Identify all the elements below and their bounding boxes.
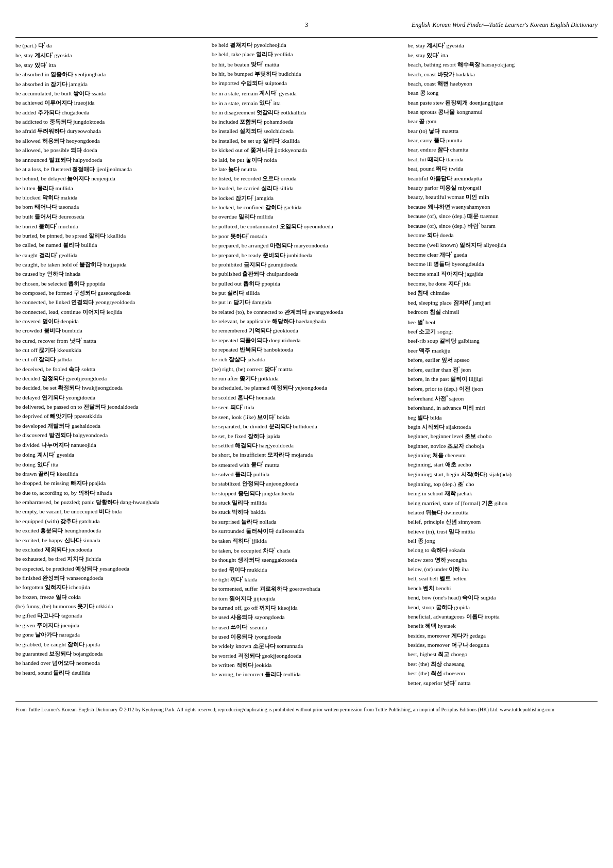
list-item: be embarrassed, be puzzled; panic 당황하다 d… bbox=[15, 498, 206, 507]
list-item: below zero 영하 yeongha bbox=[407, 556, 598, 564]
list-item: bear (to) 낳다 maettta bbox=[407, 127, 598, 136]
list-item: bean paste stew 된장찌개 doenjangjjigae bbox=[407, 98, 598, 107]
list-item: be taken, be occupied 차다¹ chada bbox=[212, 546, 402, 555]
list-item: be excited, be happy 신나다 sinnada bbox=[15, 536, 206, 545]
footer: From Tuttle Learner's Korean-English Dic… bbox=[15, 701, 598, 713]
list-item: be tied 묶이다 mukkida bbox=[212, 565, 402, 574]
list-item: be laid, be put 놓이다 noida bbox=[212, 156, 402, 164]
list-item: become ill 병들다 byeongdeulda bbox=[407, 260, 598, 269]
list-item: be covered 덮이다 deopida bbox=[15, 317, 206, 326]
list-item: be built 들어서다 deureoseda bbox=[15, 212, 206, 221]
list-item: be achieved 이루어지다 irueojida bbox=[15, 98, 206, 107]
list-item: be smeared with 묻다³ muttta bbox=[212, 460, 402, 470]
list-item: be (part.) 다² da bbox=[15, 41, 206, 50]
list-item: be polluted, be contaminated 오염되다 oyeomd… bbox=[212, 222, 402, 231]
list-item: be in disagreement 엇갈리다 eotkkallida bbox=[212, 108, 402, 117]
list-item: beginning; start, begin 시작(하다) sijak(ada… bbox=[407, 470, 598, 479]
list-item: be related (to), be connected to 관계되다 gw… bbox=[212, 308, 402, 316]
list-item: beach, bathing resort 해수욕장 haesuyokjjang bbox=[407, 60, 598, 69]
list-item: before, earlier 앞서 apsseo bbox=[407, 356, 598, 364]
list-item: be expected, be predicted 예상되다 yesangdoe… bbox=[15, 564, 206, 573]
list-item: be put in 담기다 damgida bbox=[212, 298, 402, 307]
list-item: be, stay 계시다¹ gyesida bbox=[407, 41, 598, 50]
list-item: be published 출판되다 chulpandoeda bbox=[212, 270, 402, 278]
list-item: before, in the past 일찍이 illjjigi bbox=[407, 375, 598, 383]
list-item: be locked 잠기다¹ jamgida bbox=[212, 193, 402, 203]
list-item: be widely known 소문나다 somunnada bbox=[212, 642, 402, 650]
list-item: be prohibited 금지되다 geumjidoeda bbox=[212, 260, 402, 269]
list-item: because (of), since (dep.) 때문 ttaemun bbox=[407, 212, 598, 221]
list-item: be seen 띄다¹ ttida bbox=[212, 403, 402, 412]
list-item: be loaded, be carried 실리다 sillida bbox=[212, 184, 402, 193]
list-item: be doing 계시다² gyesida bbox=[15, 450, 206, 459]
list-item: be held 펼쳐지다 pyeolcheojida bbox=[212, 41, 402, 49]
list-item: be equipped (with) 갖추다 gatchuda bbox=[15, 517, 206, 526]
list-item: be used 사용되다 sayongdoeda bbox=[212, 613, 402, 622]
list-item: be buried 묻히다² muchida bbox=[15, 222, 206, 231]
column-3: be, stay 계시다¹ gyesidabe, stay 있다¹ ittabe… bbox=[407, 41, 598, 689]
header-divider bbox=[15, 37, 598, 38]
list-item: be solved 풀리다 pullida bbox=[212, 470, 402, 479]
list-item: be set, be fixed 잡히다 japida bbox=[212, 432, 402, 441]
list-item: be included 포함되다 pohamdoeda bbox=[212, 118, 402, 126]
list-item: be prepared, be ready 준비되다 junbidoeda bbox=[212, 251, 402, 260]
list-item: being married, state of [formal] 기혼 giho… bbox=[407, 499, 598, 508]
list-item: beginning 처음 cheoeum bbox=[407, 451, 598, 460]
list-item: be separated, be divided 분리되다 bullidoeda bbox=[212, 422, 402, 431]
list-item: be added 추가되다 chugadoeda bbox=[15, 108, 206, 117]
list-item: best, highest 최고 choego bbox=[407, 650, 598, 659]
list-item: be seen, look (like) 보이다² boida bbox=[212, 412, 402, 422]
list-item: beat, hit 때리다 ttaerida bbox=[407, 155, 598, 164]
list-item: be hit, be bumped 부딪히다 budichida bbox=[212, 70, 402, 78]
list-item: beach, coast 해변 haebyeon bbox=[407, 79, 598, 88]
list-item: be forgotten 잊혀지다 icheojida bbox=[15, 583, 206, 592]
list-item: be deprived of 빼앗기다 ppaeatkkida bbox=[15, 412, 206, 421]
list-item: besides, moreover 더구나 deoguna bbox=[407, 641, 598, 649]
list-item: beginner, novice 초보자 choboja bbox=[407, 442, 598, 450]
list-item: beach, coast 바닷가 badakka bbox=[407, 70, 598, 79]
list-item: be excluded 제외되다 jeeodoeda bbox=[15, 545, 206, 554]
list-item: be used 쓰이다¹ sseuida bbox=[212, 623, 402, 632]
list-item: beer 맥주 maekjju bbox=[407, 346, 598, 355]
list-item: be behind, be delayed 늦어지다 neujeojida bbox=[15, 174, 206, 183]
list-item: benefit 혜택 hyetaek bbox=[407, 622, 598, 630]
page-title: English-Korean Word Finder—Tuttle Learne… bbox=[412, 21, 598, 29]
list-item: be accumulated, be built 쌓이다 ssaida bbox=[15, 89, 206, 98]
list-item: be called, be named 불리다 bullida bbox=[15, 241, 206, 249]
list-item: be tight 끼다¹ kkida bbox=[212, 575, 402, 584]
list-item: better, superior 낫다² nattta bbox=[407, 678, 598, 688]
list-item: become clear 개다¹ gaeda bbox=[407, 250, 598, 259]
list-item: be crowded 붐비다 bumbida bbox=[15, 326, 206, 335]
list-item: be deceived, be fooled 속다 soktta bbox=[15, 365, 206, 374]
list-item: best (the) 최선 choeseon bbox=[407, 669, 598, 678]
list-item: be stuck 밀리다 millida bbox=[212, 498, 402, 507]
list-item: be prepared, be arranged 마련되다 maryeondoe… bbox=[212, 241, 402, 250]
list-item: bean 콩 kong bbox=[407, 89, 598, 97]
list-item: be tormented, suffer 괴로워하다 goerowohada bbox=[212, 585, 402, 593]
list-item: before, earlier than 전¹ jeon bbox=[407, 365, 598, 374]
list-item: beforehand, in advance 미리 miri bbox=[407, 404, 598, 412]
list-item: bean sprouts 콩나물 kongnamul bbox=[407, 108, 598, 116]
list-item: beauty parlor 미용실 miyongsil bbox=[407, 183, 598, 192]
list-item: be absorbed in 잠기다 jamgida bbox=[15, 80, 206, 89]
list-item: be stuck 박히다 bakida bbox=[212, 508, 402, 516]
page-header: 3 English-Korean Word Finder—Tuttle Lear… bbox=[15, 21, 598, 29]
list-item: be exhausted, be tired 지치다 jichida bbox=[15, 555, 206, 563]
list-item: be locked, be confined 갇히다 gachida bbox=[212, 203, 402, 212]
list-item: being in school 재학 jaehak bbox=[407, 489, 598, 498]
list-item: be in a state, remain 있다² itta bbox=[212, 98, 402, 108]
list-item: be overdue 밀리다 millida bbox=[212, 212, 402, 221]
list-item: be poor 못하다² motada bbox=[212, 231, 402, 241]
list-item: beginning, top (dep.) 초¹ cho bbox=[407, 479, 598, 489]
list-item: be stopped 중단되다 jungdandoeda bbox=[212, 489, 402, 498]
list-item: beef-rib soup 갈비탕 galbitang bbox=[407, 337, 598, 345]
list-item: be remembered 기억되다 gieoktoeda bbox=[212, 326, 402, 335]
list-item: be bitten 물리다 mullida bbox=[15, 184, 206, 193]
list-item: beautiful 아름답다 areumdaptta bbox=[407, 174, 598, 183]
list-item: bench 벤치 benchi bbox=[407, 584, 598, 593]
list-item: bell 종 jong bbox=[407, 537, 598, 545]
list-item: be delayed 연기되다 yeongidoeda bbox=[15, 393, 206, 402]
list-item: be heard, sound 들리다 deullida bbox=[15, 669, 206, 677]
list-item: before, prior to (dep.) 이전 ijeon bbox=[407, 385, 598, 393]
list-item: be delivered, be passed on to 전달되다 jeond… bbox=[15, 403, 206, 411]
